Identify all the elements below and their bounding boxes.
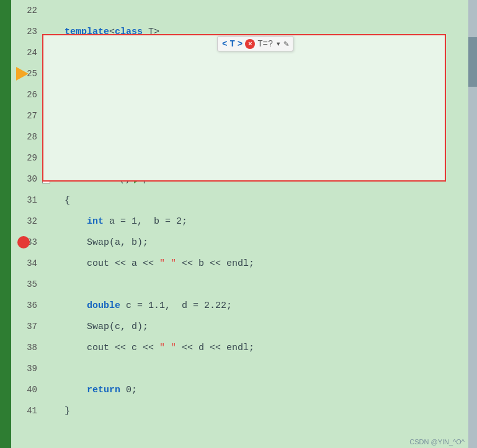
code-line-content: − int main()|: [42, 174, 468, 185]
code-token: Swap(a, b);: [42, 237, 148, 248]
code-token: Swap(: [97, 48, 130, 58]
table-row: 30− int main()|: [11, 169, 468, 190]
code-line-content: {: [42, 195, 468, 206]
code-token: Swap(c, d);: [42, 322, 148, 332]
code-token: [42, 301, 87, 311]
code-token: [42, 90, 87, 100]
table-row: 37 Swap(c, d);: [11, 316, 468, 337]
line-number: 35: [11, 279, 42, 289]
code-token: << d << endl;: [176, 343, 254, 353]
table-row: 38 cout << c << " " << d << endl;: [11, 337, 468, 358]
table-row: 33 Swap(a, b);: [11, 232, 468, 253]
left-gutter-bar: [0, 0, 11, 448]
code-token: temp = left;: [92, 90, 165, 100]
line-number: 32: [11, 216, 42, 226]
code-token: template: [65, 27, 109, 37]
popup-close-button[interactable]: ×: [245, 39, 255, 49]
code-token: class: [115, 27, 143, 37]
code-token: <: [109, 27, 115, 37]
code-token: main(): [91, 174, 130, 185]
code-token: void: [74, 48, 97, 58]
code-token: double: [87, 301, 120, 311]
code-token: 0;: [120, 385, 137, 395]
popup-bracket-close: >: [238, 39, 243, 49]
code-token: int: [74, 174, 91, 185]
line-number: 26: [11, 90, 42, 100]
code-line-content: T temp = left;: [42, 90, 468, 100]
popup-bracket-open: <: [222, 39, 227, 49]
watermark: CSDN @YIN_^O^: [409, 438, 465, 446]
code-token: T: [130, 48, 136, 58]
code-token: ": [159, 343, 165, 353]
line-number: 37: [11, 322, 42, 332]
table-row: 41 }: [11, 400, 468, 421]
code-token: cout << a <<: [42, 258, 159, 269]
code-token: int: [87, 216, 104, 227]
code-token: right = temp;: [42, 132, 159, 143]
code-line-content: Swap(a, b);: [42, 237, 468, 248]
code-token: T>: [143, 27, 159, 37]
line-number: 40: [11, 385, 42, 395]
line-number: 28: [11, 132, 42, 142]
code-line-content: }: [42, 153, 468, 164]
line-number: 36: [11, 301, 42, 310]
table-row: 36 double c = 1.1, d = 2.22;: [11, 295, 468, 316]
line-number: 30: [11, 174, 42, 184]
table-row: 34 cout << a << " " << b << endl;: [11, 253, 468, 274]
code-token: [165, 258, 171, 269]
code-line-content: left = right;: [42, 111, 468, 121]
code-line-content: int a = 1, b = 2;: [42, 216, 468, 227]
code-token: return: [87, 385, 120, 395]
collapse-button[interactable]: −: [42, 175, 50, 183]
popup-t-eq: T=?: [257, 39, 273, 49]
line-number: 31: [11, 195, 42, 205]
scrollbar-thumb[interactable]: [468, 37, 477, 87]
scrollbar-track[interactable]: [468, 0, 477, 448]
editor-container: < T > × T=? ▾ ✎ 2223 template<class T>24…: [0, 0, 477, 448]
code-token: a = 1, b = 2;: [104, 216, 187, 227]
line-number: 34: [11, 258, 42, 268]
code-line-content: template<class T>: [42, 27, 468, 37]
code-line-content: }: [42, 406, 468, 416]
collapse-button[interactable]: −: [42, 49, 50, 57]
popup-t-label: T: [230, 39, 234, 49]
code-token: }: [42, 153, 70, 164]
run-play-button[interactable]: [134, 175, 141, 183]
code-line-content: cout << c << " " << d << endl;: [42, 343, 468, 353]
line-number: 27: [11, 111, 42, 121]
line-number: 41: [11, 406, 42, 416]
code-token: left = right;: [42, 111, 159, 121]
code-token: T: [181, 48, 186, 58]
table-row: 22: [11, 0, 468, 21]
table-row: 31 {: [11, 190, 468, 211]
code-token: & left,: [136, 48, 181, 58]
execution-time-label: 已用时间 <= 1ms: [75, 68, 141, 79]
table-row: 26 T temp = left;: [11, 84, 468, 105]
code-line-content: Swap(c, d);: [42, 322, 468, 332]
template-type-popup[interactable]: < T > × T=? ▾ ✎: [217, 36, 293, 51]
popup-dropdown-arrow[interactable]: ▾: [275, 38, 280, 49]
table-row: 35: [11, 274, 468, 295]
code-token: << b << endl;: [176, 258, 254, 269]
code-token: [165, 343, 171, 353]
table-row: 27 left = right;: [11, 105, 468, 126]
code-line-content: right = temp;: [42, 132, 468, 143]
code-token: [52, 174, 74, 185]
line-number: 24: [11, 48, 42, 58]
table-row: 28 right = temp;: [11, 126, 468, 147]
line-number: 23: [11, 27, 42, 37]
breakpoint-marker[interactable]: [17, 236, 30, 248]
table-row: 39: [11, 358, 468, 379]
table-row: 40 return 0;: [11, 379, 468, 400]
popup-edit-button[interactable]: ✎: [283, 38, 288, 49]
code-token: T: [87, 90, 92, 100]
line-number: 29: [11, 153, 42, 163]
code-token: }: [42, 406, 70, 416]
line-number: 22: [11, 6, 42, 15]
execution-arrow-icon: [16, 67, 29, 81]
code-token: ": [159, 258, 165, 269]
table-row: 25 {已用时间 <= 1ms: [11, 63, 468, 84]
cursor-indicator: |: [141, 174, 147, 185]
table-row: 32 int a = 1, b = 2;: [11, 211, 468, 232]
code-line-content: cout << a << " " << b << endl;: [42, 258, 468, 269]
